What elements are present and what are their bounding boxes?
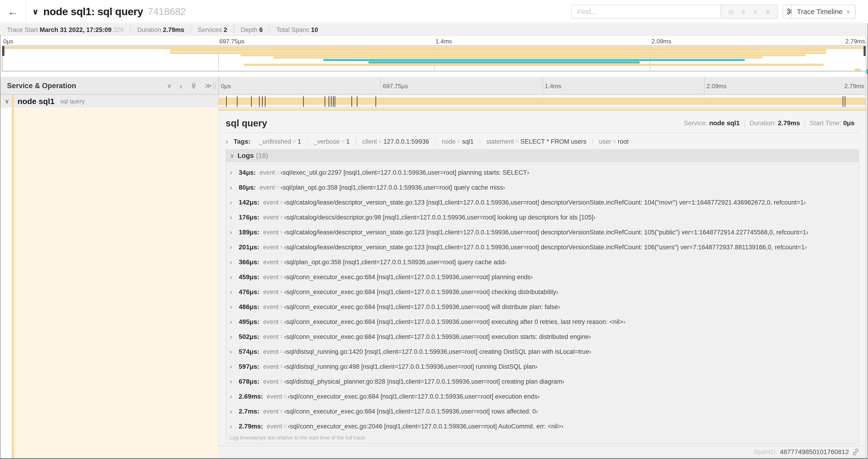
collapse-trace-icon[interactable]: ∨: [32, 7, 39, 16]
span-row-label[interactable]: ∨ node sql1 sql query: [0, 95, 219, 108]
log-value: ‹sql/plan_opt.go:358 [nsql1,client=127.0…: [284, 259, 506, 266]
log-marker[interactable]: [357, 96, 358, 107]
minimap-right-scrubber[interactable]: [864, 46, 866, 56]
summary-item-label: Total Spans: [276, 26, 311, 33]
log-timestamp: 2.7ms:: [239, 408, 259, 415]
log-entry[interactable]: ›502μs:event=‹sql/conn_executor_exec.go:…: [226, 329, 859, 344]
minimap-left-scrubber[interactable]: [2, 46, 4, 56]
view-selector-button[interactable]: Trace Timeline ∨: [791, 5, 856, 19]
log-message: event=‹sql/distsql_running.go:1420 [nsql…: [263, 348, 591, 355]
minimap-span-bar: [241, 54, 805, 56]
expand-one-icon[interactable]: ›: [180, 83, 182, 89]
log-entry[interactable]: ›574μs:event=‹sql/distsql_running.go:142…: [226, 344, 859, 359]
find-prev-icon[interactable]: ∧: [741, 8, 746, 15]
log-marker[interactable]: [333, 96, 334, 107]
trace-id: 7418682: [148, 6, 186, 17]
log-entry[interactable]: ›597μs:event=‹sql/distsql_running.go:498…: [226, 359, 859, 374]
log-equals: =: [279, 363, 284, 370]
log-entry[interactable]: ›201μs:event=‹sql/catalog/lease/descript…: [226, 240, 859, 255]
minimap-canvas[interactable]: [2, 46, 866, 71]
log-marker[interactable]: [303, 96, 304, 107]
tag-value: 1: [346, 138, 349, 145]
log-entry[interactable]: ›176μs:event=‹sql/catalog/descs/descript…: [226, 210, 859, 225]
minimap-tick-label: 2.09ms: [651, 38, 671, 45]
log-key: event: [263, 229, 279, 236]
log-key: event: [263, 378, 279, 385]
log-marker[interactable]: [335, 96, 335, 107]
log-entry[interactable]: ›366μs:event=‹sql/plan_opt.go:358 [nsql1…: [226, 255, 859, 270]
log-marker[interactable]: [262, 96, 263, 107]
log-entry[interactable]: ›142μs:event=‹sql/catalog/lease/descript…: [226, 195, 859, 210]
logs-header[interactable]: ∨ Logs (18): [226, 150, 859, 162]
span-duration-bar[interactable]: [219, 98, 866, 105]
log-equals: =: [279, 348, 284, 355]
minimap-span-bar: [855, 69, 861, 71]
tag-key: user: [599, 138, 611, 145]
log-marker[interactable]: [226, 96, 227, 107]
log-entry[interactable]: ›2.79ms:event=‹sql/conn_executor_exec.go…: [226, 419, 859, 434]
log-entry[interactable]: ›459μs:event=‹sql/conn_executor_exec.go:…: [226, 270, 859, 285]
minimap-span-bar: [323, 59, 745, 61]
minimap-tick-label: 1.4ms: [435, 38, 452, 45]
log-entry[interactable]: ›34μs:event=‹sql/exec_util.go:2297 [nsql…: [226, 165, 859, 180]
find-next-icon[interactable]: ∨: [753, 8, 758, 15]
tag-key: node: [441, 138, 456, 145]
log-equals: =: [279, 259, 284, 266]
log-marker[interactable]: [329, 96, 329, 107]
collapse-all-icon[interactable]: ≫: [190, 82, 197, 89]
jaeger-trace-page: ← ∨ node sql1: sql query 7418682 ◎ ∧ ∨ ✕…: [0, 0, 868, 459]
log-value: ‹sql/catalog/lease/descriptor_version_st…: [284, 229, 808, 236]
log-marker[interactable]: [265, 96, 266, 107]
log-marker[interactable]: [237, 96, 238, 107]
log-entry[interactable]: ›495μs:event=‹sql/conn_executor_exec.go:…: [226, 315, 859, 329]
detail-start-time: Start Time: 0μs: [805, 119, 859, 127]
log-marker[interactable]: [843, 96, 843, 107]
chevron-right-icon: ›: [230, 348, 235, 355]
expand-all-icon[interactable]: ≫: [205, 83, 212, 89]
log-marker[interactable]: [251, 96, 252, 107]
span-row-timeline[interactable]: [219, 95, 866, 108]
chevron-right-icon: ›: [230, 333, 235, 340]
column-resize-grip[interactable]: [213, 82, 216, 89]
find-input[interactable]: [571, 5, 721, 19]
log-marker[interactable]: [331, 96, 332, 107]
locate-icon[interactable]: ◎: [728, 8, 734, 15]
log-entry[interactable]: ›476μs:event=‹sql/conn_executor_exec.go:…: [226, 285, 859, 299]
log-marker[interactable]: [375, 96, 376, 107]
timeline-ruler: 0μs697.75μs1.4ms2.09ms2.79ms: [219, 77, 866, 95]
collapse-one-icon[interactable]: ∨: [167, 83, 172, 89]
chevron-right-icon: ›: [230, 423, 235, 430]
log-marker[interactable]: [259, 96, 260, 107]
find-group: ◎ ∧ ∨ ✕: [571, 5, 778, 19]
log-message: event=‹sql/plan_opt.go:358 [nsql1,client…: [259, 184, 505, 191]
log-entry[interactable]: ›678μs:event=‹sql/distsql_physical_plann…: [226, 374, 859, 389]
log-marker[interactable]: [845, 96, 845, 107]
link-icon[interactable]: [852, 448, 860, 456]
summary-item: Services 2: [191, 26, 234, 34]
minimap-tick-labels: 0μs697.75μs1.4ms2.09ms2.79ms: [2, 37, 866, 46]
log-entry[interactable]: ›2.7ms:event=‹sql/conn_executor_exec.go:…: [226, 404, 859, 419]
span-collapse-icon[interactable]: ∨: [5, 97, 9, 105]
trace-title-group[interactable]: ∨ node sql1: sql query 7418682: [32, 0, 186, 23]
log-entry[interactable]: ›189μs:event=‹sql/catalog/lease/descript…: [226, 225, 859, 240]
find-clear-icon[interactable]: ✕: [765, 8, 771, 15]
log-marker[interactable]: [324, 96, 325, 107]
summary-item-value: 2.79ms: [163, 26, 184, 33]
tags-row[interactable]: › Tags: _unfinished=1_verbose=1client=12…: [226, 136, 859, 147]
log-key: event: [263, 363, 279, 370]
log-entry[interactable]: ›486μs:event=‹sql/conn_executor_exec.go:…: [226, 299, 859, 315]
ruler-tick-label: 1.4ms: [545, 83, 561, 90]
log-entry[interactable]: ›80μs:event=‹sql/plan_opt.go:358 [nsql1,…: [226, 180, 859, 195]
log-message: event=‹sql/catalog/lease/descriptor_vers…: [263, 229, 808, 236]
tag-item: statement=SELECT * FROM users: [480, 138, 592, 145]
log-key: event: [263, 244, 279, 251]
log-value: ‹sql/exec_util.go:2297 [nsql1,client=127…: [280, 169, 529, 176]
ruler-tick-label: 0μs: [221, 83, 231, 90]
back-button[interactable]: ←: [0, 0, 26, 23]
tags-label: Tags:: [234, 138, 251, 145]
log-marker[interactable]: [351, 96, 352, 107]
log-value: ‹sql/catalog/descs/descriptor.go:98 [nsq…: [284, 214, 595, 221]
log-entry[interactable]: ›2.69ms:event=‹sql/conn_executor_exec.go…: [226, 389, 859, 404]
span-operation-name: sql query: [60, 98, 85, 105]
log-key: event: [263, 348, 279, 355]
